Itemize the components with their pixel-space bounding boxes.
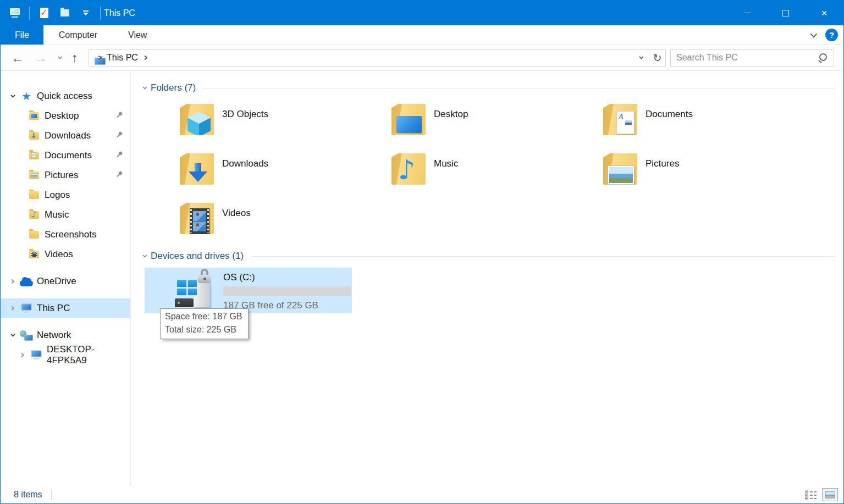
close-button[interactable]: ×: [805, 1, 843, 25]
sidebar-item-videos[interactable]: Videos: [1, 245, 130, 264]
sidebar-item-quick-access[interactable]: ★ Quick access: [1, 86, 130, 106]
documents-folder-icon: [29, 152, 39, 159]
status-bar: 8 items: [1, 486, 843, 503]
sidebar-item-documents[interactable]: Documents: [1, 146, 130, 165]
chevron-right-icon[interactable]: [143, 56, 147, 60]
breadcrumb-location[interactable]: This PC: [107, 53, 138, 63]
sidebar-item-screenshots[interactable]: Screenshots: [1, 225, 130, 245]
3d-cube-overlay-icon: [187, 112, 211, 137]
drive-usage-bar: [223, 286, 351, 296]
sidebar-item-label: Pictures: [45, 170, 78, 181]
pin-icon: [115, 132, 123, 140]
collapse-group-icon[interactable]: [142, 253, 147, 257]
music-note-overlay-icon: ♪: [398, 157, 415, 184]
folder-tile-desktop[interactable]: Desktop: [356, 101, 564, 147]
collapse-group-icon[interactable]: [142, 85, 147, 89]
collapse-ribbon-icon[interactable]: [810, 31, 818, 38]
folder-tile-documents[interactable]: A Documents: [568, 101, 775, 147]
computer-icon: [21, 303, 32, 313]
chevron-down-icon[interactable]: [10, 93, 15, 97]
chevron-down-icon[interactable]: [10, 332, 15, 336]
ribbon-tab-bar: File Computer View ?: [1, 25, 843, 45]
help-button[interactable]: ?: [825, 29, 838, 41]
drive-label: OS (C:): [223, 272, 351, 283]
sidebar-item-label: Videos: [45, 249, 73, 260]
downloads-folder-icon: ↓: [29, 132, 39, 140]
group-title: Folders (7): [151, 82, 196, 93]
quick-access-star-icon: ★: [21, 90, 31, 103]
new-folder-icon[interactable]: [58, 7, 71, 20]
sidebar-item-this-pc[interactable]: This PC: [1, 298, 130, 318]
tab-computer[interactable]: Computer: [43, 25, 113, 45]
search-icon[interactable]: [818, 53, 828, 63]
bitlocker-lock-icon: [198, 269, 212, 283]
quick-access-toolbar: ✓: [1, 7, 101, 20]
folder-icon: [180, 153, 214, 185]
sidebar-item-label: Documents: [45, 150, 92, 161]
folder-icon: [29, 191, 39, 199]
pictures-folder-icon: [29, 171, 39, 179]
group-title: Devices and drives (1): [151, 251, 244, 262]
sidebar-item-onedrive[interactable]: OneDrive: [1, 272, 130, 291]
drive-tile-os-c[interactable]: OS (C:) 187 GB free of 225 GB: [145, 268, 352, 313]
tab-file[interactable]: File: [1, 25, 43, 45]
maximize-button[interactable]: [766, 1, 805, 25]
qat-separator: [29, 7, 30, 20]
chevron-right-icon[interactable]: [10, 306, 14, 311]
navigation-toolbar: ← → ↑ This PC ↻: [1, 45, 843, 71]
chevron-right-icon[interactable]: [20, 353, 24, 357]
details-view-button[interactable]: [803, 488, 819, 501]
refresh-button[interactable]: ↻: [649, 50, 665, 66]
forward-button[interactable]: →: [35, 52, 47, 64]
tooltip-total-size: Total size: 225 GB: [165, 323, 242, 336]
file-explorer-window: ✓ This PC × File Computer View ? ←: [0, 0, 844, 504]
folder-tile-pictures[interactable]: Pictures: [568, 151, 775, 196]
search-input[interactable]: [671, 53, 818, 63]
sidebar-item-downloads[interactable]: ↓ Downloads: [1, 126, 130, 146]
sidebar-item-label: Music: [45, 209, 69, 220]
customize-qat-icon[interactable]: [79, 7, 92, 20]
back-button[interactable]: ←: [11, 52, 24, 64]
chevron-right-icon[interactable]: [10, 279, 14, 284]
music-folder-icon: ♪: [29, 211, 39, 219]
folder-tile-music[interactable]: ♪ Music: [356, 151, 564, 196]
folder-tile-downloads[interactable]: Downloads: [145, 151, 352, 196]
sidebar-item-label: This PC: [37, 303, 70, 314]
sidebar-item-label: Screenshots: [45, 229, 97, 240]
sidebar-item-label: Logos: [45, 190, 70, 201]
sidebar-item-label: Desktop: [45, 110, 79, 121]
navigation-pane: ★ Quick access Desktop ↓ Downloads Docum…: [1, 71, 131, 486]
folder-tile-3d-objects[interactable]: 3D Objects: [145, 101, 352, 147]
recent-locations-chevron-icon[interactable]: [58, 54, 62, 59]
properties-icon[interactable]: ✓: [37, 7, 51, 20]
titlebar: ✓ This PC ×: [1, 1, 843, 25]
folder-icon: [180, 104, 214, 135]
sidebar-item-music[interactable]: ♪ Music: [1, 205, 130, 225]
sidebar-item-logos[interactable]: Logos: [1, 185, 130, 205]
status-separator: [51, 489, 52, 500]
group-divider: [203, 88, 835, 88]
sidebar-item-network[interactable]: Network: [1, 325, 130, 345]
folder-icon: [391, 104, 426, 135]
onedrive-cloud-icon: [20, 280, 33, 286]
window-controls: ×: [728, 1, 843, 25]
pin-icon: [115, 112, 123, 120]
drive-tooltip: Space free: 187 GB Total size: 225 GB: [160, 308, 249, 339]
address-bar[interactable]: This PC ↻: [89, 49, 666, 67]
minimize-button[interactable]: [728, 1, 766, 25]
folder-icon: ♪: [391, 153, 426, 185]
sidebar-item-desktop-4fpk5a9[interactable]: DESKTOP-4FPK5A9: [1, 345, 130, 365]
sidebar-item-label: Network: [37, 330, 71, 341]
tab-view[interactable]: View: [113, 25, 162, 45]
up-button[interactable]: ↑: [71, 52, 78, 64]
sidebar-item-pictures[interactable]: Pictures: [1, 165, 130, 185]
sidebar-item-desktop[interactable]: Desktop: [1, 106, 130, 126]
tooltip-space-free: Space free: 187 GB: [165, 310, 242, 323]
group-header-devices: Devices and drives (1): [131, 250, 843, 263]
computer-icon: [31, 350, 42, 359]
large-icons-view-button[interactable]: [822, 488, 838, 501]
folder-tile-videos[interactable]: Videos: [145, 200, 352, 246]
address-dropdown-button[interactable]: [632, 50, 649, 66]
folder-icon: [29, 231, 39, 239]
desktop-folder-icon: [29, 112, 39, 120]
